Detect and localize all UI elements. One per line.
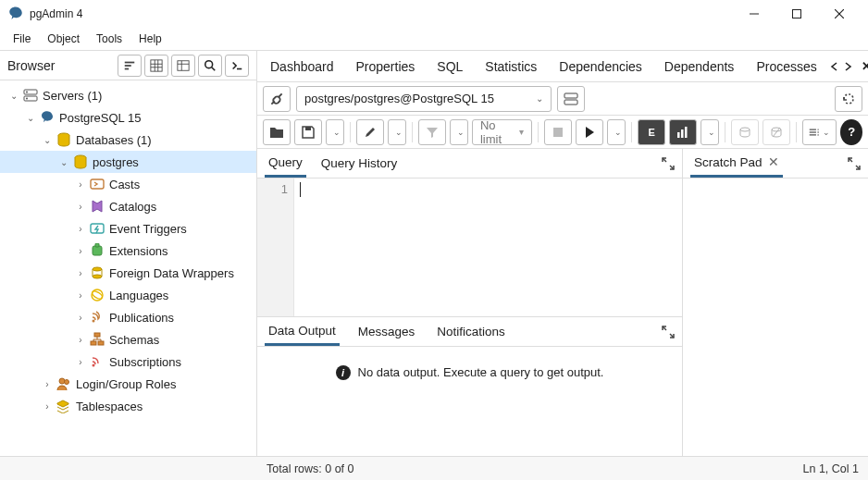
tree-event-triggers[interactable]: ›Event Triggers <box>0 217 256 240</box>
title-bar: pgAdmin 4 <box>0 0 868 28</box>
save-button[interactable] <box>294 119 322 145</box>
limit-select[interactable]: No limit▾ <box>472 119 532 145</box>
tab-dependents[interactable]: Dependents <box>655 54 744 80</box>
help-button[interactable]: ? <box>840 119 862 145</box>
tree-postgres-db[interactable]: ⌄ postgres <box>0 151 256 173</box>
scratch-editor[interactable] <box>683 178 868 456</box>
tab-query[interactable]: Query <box>265 150 306 178</box>
tree-casts[interactable]: ›Casts <box>0 173 256 195</box>
chevron-right-icon[interactable]: › <box>74 357 87 367</box>
reset-layout-button[interactable] <box>835 86 862 112</box>
tree-login-roles[interactable]: ›Login/Group Roles <box>0 373 256 395</box>
chevron-down-icon: ⌄ <box>708 128 715 137</box>
object-tree[interactable]: ⌄ Servers (1) ⌄ PostgreSQL 15 ⌄ Database… <box>0 80 256 456</box>
rollback-button[interactable] <box>763 119 790 145</box>
explain-dropdown[interactable]: ⌄ <box>701 119 719 145</box>
tree-publications[interactable]: ›Publications <box>0 306 256 328</box>
explain-analyze-button[interactable] <box>669 119 697 145</box>
chevron-down-icon[interactable]: ⌄ <box>57 157 70 167</box>
chevron-right-icon[interactable]: › <box>74 268 87 278</box>
chevron-right-icon[interactable]: › <box>74 202 87 212</box>
new-connection-button[interactable] <box>557 86 585 112</box>
connection-status-button[interactable] <box>263 86 291 112</box>
browser-search-button[interactable] <box>198 55 222 77</box>
tree-servers[interactable]: ⌄ Servers (1) <box>0 84 256 106</box>
tab-data-output[interactable]: Data Output <box>265 318 340 346</box>
chevron-right-icon[interactable]: › <box>74 335 87 345</box>
connection-select[interactable]: postgres/postgres@PostgreSQL 15 ⌄ <box>296 86 552 112</box>
tabs-next-button[interactable] <box>843 56 852 77</box>
expand-icon[interactable] <box>662 326 675 338</box>
edit-button[interactable] <box>356 119 384 145</box>
explain-button[interactable]: E <box>638 119 665 145</box>
browser-psql-button[interactable] <box>225 55 249 77</box>
chevron-down-icon: ⌄ <box>823 128 830 137</box>
tree-extensions[interactable]: ›Extensions <box>0 240 256 262</box>
tab-dependencies[interactable]: Dependencies <box>550 54 651 80</box>
chevron-down-icon: ⌄ <box>395 128 403 137</box>
chevron-right-icon[interactable]: › <box>74 290 87 301</box>
tree-subscriptions[interactable]: ›Subscriptions <box>0 351 256 373</box>
chevron-down-icon[interactable]: ⌄ <box>7 91 20 101</box>
tabs-prev-button[interactable] <box>830 56 839 77</box>
query-split: Query Query History 1 Data Output Messag… <box>257 149 868 456</box>
tab-close-icon[interactable]: ✕ <box>856 59 868 73</box>
languages-icon <box>89 287 105 303</box>
execute-dropdown[interactable]: ⌄ <box>607 119 626 145</box>
tree-catalogs[interactable]: ›Catalogs <box>0 195 256 217</box>
tree-databases[interactable]: ⌄ Databases (1) <box>0 129 256 151</box>
tab-sql[interactable]: SQL <box>428 54 472 80</box>
chevron-down-icon[interactable]: ⌄ <box>24 113 37 123</box>
menu-tools[interactable]: Tools <box>89 30 130 48</box>
browser-filter-button[interactable] <box>118 55 142 77</box>
minimize-button[interactable] <box>733 0 775 28</box>
tab-properties[interactable]: Properties <box>347 54 425 80</box>
open-file-button[interactable] <box>263 119 291 145</box>
chevron-right-icon[interactable]: › <box>74 179 87 190</box>
tab-scratch-pad[interactable]: Scratch Pad✕ <box>690 149 783 178</box>
commit-button[interactable] <box>731 119 759 145</box>
chevron-right-icon[interactable]: › <box>41 401 54 412</box>
chevron-right-icon[interactable]: › <box>41 379 54 389</box>
browser-grid-button[interactable] <box>144 55 168 77</box>
tab-processes[interactable]: Processes <box>747 54 825 80</box>
expand-icon[interactable] <box>848 157 861 170</box>
tab-dashboard[interactable]: Dashboard <box>261 54 343 80</box>
tree-postgresql15[interactable]: ⌄ PostgreSQL 15 <box>0 106 256 129</box>
svg-point-58 <box>817 131 818 132</box>
close-button[interactable] <box>818 0 861 28</box>
svg-rect-5 <box>125 65 131 67</box>
execute-button[interactable] <box>576 119 603 145</box>
tree-schemas[interactable]: ›Schemas <box>0 328 256 351</box>
edit-dropdown[interactable]: ⌄ <box>388 119 406 145</box>
svg-line-16 <box>212 67 216 70</box>
menu-help[interactable]: Help <box>131 30 169 48</box>
close-icon[interactable]: ✕ <box>768 155 779 169</box>
filter-button[interactable] <box>418 119 446 145</box>
sql-editor[interactable]: 1 <box>257 178 682 316</box>
tree-fdw[interactable]: ›Foreign Data Wrappers <box>0 262 256 284</box>
menu-object[interactable]: Object <box>40 30 87 48</box>
chevron-right-icon[interactable]: › <box>74 246 87 256</box>
menu-file[interactable]: File <box>6 30 38 48</box>
browser-table-button[interactable] <box>171 55 195 77</box>
stop-button[interactable] <box>544 119 572 145</box>
chevron-right-icon[interactable]: › <box>74 224 87 234</box>
tab-notifications[interactable]: Notifications <box>433 319 509 344</box>
chevron-down-icon[interactable]: ⌄ <box>41 135 54 145</box>
tree-tablespaces[interactable]: ›Tablespaces <box>0 395 256 417</box>
code-area[interactable] <box>294 178 682 316</box>
tab-query-history[interactable]: Query History <box>317 151 402 176</box>
filter-dropdown[interactable]: ⌄ <box>450 119 468 145</box>
expand-icon[interactable] <box>662 157 675 170</box>
svg-rect-36 <box>91 341 96 345</box>
scratch-tabs: Scratch Pad✕ <box>683 149 868 178</box>
tab-statistics[interactable]: Statistics <box>476 54 546 80</box>
tree-languages[interactable]: ›Languages <box>0 284 256 306</box>
save-dropdown[interactable]: ⌄ <box>326 119 344 145</box>
query-toolbar: ⌄ ⌄ ⌄ No limit▾ ⌄ E ⌄ ⌄ ? <box>257 116 868 149</box>
maximize-button[interactable] <box>775 0 818 28</box>
macros-button[interactable]: ⌄ <box>802 119 837 145</box>
tab-messages[interactable]: Messages <box>354 319 419 344</box>
chevron-right-icon[interactable]: › <box>74 313 87 323</box>
